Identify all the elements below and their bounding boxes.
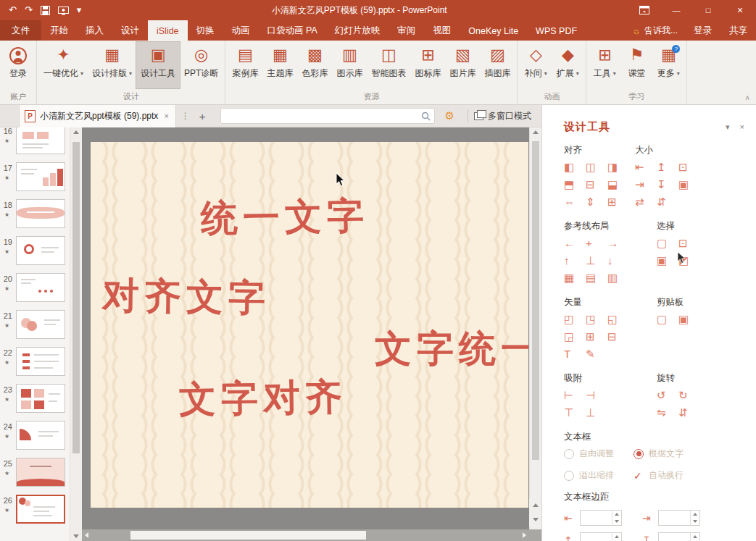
undo-button[interactable]: ↶ (9, 0, 17, 20)
match-size-icon[interactable]: ▣ (678, 178, 694, 191)
share-button[interactable]: 共享 (720, 20, 756, 41)
ppt-diagnosis-button[interactable]: ◎ PPT诊断 (180, 42, 223, 88)
tab-review[interactable]: 审阅 (389, 20, 424, 41)
select-pointer-icon[interactable] (677, 251, 686, 264)
tab-menu-icon[interactable]: ⋮ (176, 111, 195, 121)
case-library-button[interactable]: ▤案例库 (228, 42, 262, 88)
snap-top-icon[interactable]: ⊤ (564, 406, 580, 419)
align-right-icon[interactable]: ◨ (607, 161, 623, 174)
scrollbar-thumb[interactable] (130, 531, 366, 540)
select-rect-icon[interactable]: ▢ (657, 237, 673, 250)
snap-right-icon[interactable]: ⊣ (586, 389, 602, 402)
slide-textbox[interactable]: 对齐文字 (101, 271, 270, 324)
snap-left-icon[interactable]: ⊢ (564, 389, 580, 402)
thumbnail-24[interactable]: 24★ (0, 417, 70, 454)
islide-search-input[interactable] (221, 111, 421, 121)
thumbnail-20[interactable]: 20★ (0, 269, 70, 306)
customize-quick-access-button[interactable]: ▾ (77, 0, 82, 20)
theme-library-button[interactable]: ▦主题库 (262, 42, 297, 88)
option-word-wrap[interactable]: ✓ 自动换行 (634, 469, 703, 482)
snap-bottom-icon[interactable]: ⊥ (586, 406, 602, 419)
tab-slideshow[interactable]: 幻灯片放映 (326, 20, 389, 41)
extensions-button[interactable]: ◆扩展▾ (552, 42, 583, 88)
tab-design[interactable]: 设计 (112, 20, 148, 41)
scroll-left-button[interactable] (85, 532, 88, 538)
classroom-button[interactable]: ⚑课堂 (620, 42, 652, 88)
scrollbar-thumb[interactable] (72, 142, 80, 453)
new-tab-button[interactable]: + (195, 110, 210, 122)
close-button[interactable]: × (724, 0, 756, 20)
panel-close-button[interactable]: × (740, 122, 744, 132)
guide-grid-icon[interactable]: ▦ (564, 272, 580, 285)
thumbnail-19[interactable]: 19★ (0, 232, 70, 269)
diagram-library-button[interactable]: ▥图示库 (332, 42, 367, 88)
smart-chart-button[interactable]: ◫智能图表 (367, 42, 410, 88)
design-layout-button[interactable]: ▦ 设计排版▾ (88, 42, 136, 88)
illustration-library-button[interactable]: ▨插图库 (480, 42, 515, 88)
slide-textbox[interactable]: 统一文字 (200, 191, 369, 244)
guide-center-icon[interactable]: + (586, 237, 602, 250)
option-free-adjust[interactable]: 自由调整 (564, 448, 634, 460)
slide-canvas[interactable]: 统一文字 对齐文字 文字统一 文字对齐 (91, 142, 528, 508)
spin-up-button[interactable] (612, 511, 621, 518)
previous-slide-button[interactable] (529, 498, 541, 512)
paste-icon[interactable]: ▣ (678, 313, 694, 326)
split-shapes-icon[interactable]: ⊟ (607, 330, 623, 343)
spin-up-button[interactable] (691, 511, 699, 518)
thumbnail-18[interactable]: 18★ (0, 196, 70, 232)
spin-up-button[interactable] (612, 533, 621, 540)
slide-textbox[interactable]: 文字统一 (375, 324, 528, 374)
multi-window-mode-button[interactable]: 多窗口模式 (474, 110, 541, 122)
tools-button[interactable]: ⊞工具▾ (589, 42, 620, 88)
merge-shapes-icon[interactable]: ⊞ (586, 330, 602, 343)
match-width-icon[interactable]: ⇥ (635, 178, 651, 191)
guide-right-icon[interactable]: → (607, 237, 623, 250)
thumbnail-17[interactable]: 17★ (0, 159, 70, 196)
ribbon-display-options-button[interactable] (628, 0, 660, 20)
tab-view[interactable]: 视图 (424, 20, 460, 41)
select-same-size-icon[interactable]: ▣ (657, 254, 673, 267)
margin-left-input[interactable] (581, 511, 612, 525)
guide-rows-icon[interactable]: ▤ (586, 272, 602, 285)
select-same-format-icon[interactable]: ⊡ (678, 237, 694, 250)
bool-intersect-icon[interactable]: ◱ (607, 313, 623, 326)
redo-button[interactable]: ↷ (25, 0, 33, 20)
spin-down-button[interactable] (691, 518, 699, 525)
copy-icon[interactable]: ▢ (657, 313, 673, 326)
bool-union-icon[interactable]: ◰ (564, 313, 580, 326)
thumbnail-26[interactable]: 26★ (0, 491, 70, 528)
tab-animations[interactable]: 动画 (223, 20, 259, 41)
equal-height-icon[interactable]: ↥ (657, 161, 673, 174)
rotate-right-icon[interactable]: ↻ (678, 389, 694, 402)
tab-home[interactable]: 开始 (41, 20, 77, 41)
panel-collapse-button[interactable]: ▾ (726, 122, 730, 132)
thumbnail-16[interactable]: 16★ (0, 127, 70, 159)
scale-size-icon[interactable]: ⇵ (657, 196, 673, 209)
collapse-ribbon-button[interactable]: ˄ (745, 94, 749, 102)
tween-button[interactable]: ◇补间▾ (520, 42, 552, 88)
more-button[interactable]: ?▦更多▾ (652, 42, 684, 88)
guide-columns-icon[interactable]: ▥ (607, 272, 623, 285)
scroll-down-button[interactable] (73, 534, 79, 538)
bool-subtract-icon[interactable]: ◳ (586, 313, 602, 326)
margin-top-input[interactable] (581, 533, 612, 541)
bool-exclude-icon[interactable]: ◲ (564, 330, 580, 343)
margin-bottom-input[interactable] (659, 533, 690, 541)
slide-textbox[interactable]: 文字对齐 (178, 372, 347, 425)
guide-bottom-icon[interactable]: ↓ (607, 254, 623, 267)
tab-transitions[interactable]: 切换 (188, 20, 223, 41)
tab-file[interactable]: 文件 (0, 20, 41, 41)
swap-size-icon[interactable]: ⇄ (635, 196, 651, 209)
text-to-shape-icon[interactable]: T (564, 348, 580, 361)
document-tab[interactable]: P 小清新文艺风ppt模板 (59).pptx × (19, 105, 176, 127)
screen-record-tool-button[interactable] (58, 6, 69, 15)
thumbnail-23[interactable]: 23★ (0, 380, 70, 417)
sign-in-button[interactable]: 登录 (685, 20, 720, 41)
tab-islide[interactable]: iSlide (148, 20, 188, 41)
arrange-grid-icon[interactable]: ⊞ (607, 196, 623, 209)
save-button[interactable] (41, 6, 50, 15)
tab-onekey-lite[interactable]: OneKey Lite (460, 20, 527, 41)
one-key-optimize-button[interactable]: ✦ 一键优化▾ (39, 42, 88, 88)
guide-top-icon[interactable]: ↑ (564, 254, 580, 267)
login-button[interactable]: 登录 (2, 42, 34, 88)
